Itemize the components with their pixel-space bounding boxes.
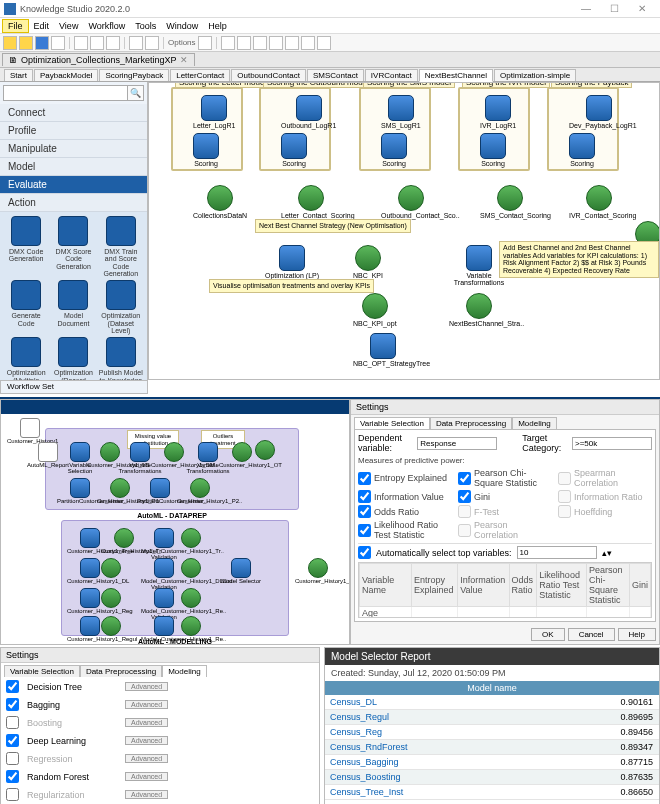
menu-file[interactable]: File [2, 19, 29, 33]
automl-node[interactable] [181, 558, 201, 578]
workflow-tab[interactable]: NextBestChannel [419, 69, 493, 82]
automl-canvas[interactable]: AutoML - DATAPREPAutoML - MODELLINGMissi… [0, 399, 350, 645]
checkbox[interactable] [358, 524, 371, 537]
layout-icon[interactable] [237, 36, 251, 50]
advanced-button[interactable]: Advanced [125, 736, 168, 745]
accordion-item[interactable]: Action [0, 194, 147, 212]
menu-view[interactable]: View [54, 20, 83, 32]
workflow-tab[interactable]: PaybackModel [34, 69, 98, 81]
canvas-node[interactable]: Letter_Contact_Scoring [281, 185, 341, 219]
canvas-node[interactable]: NBC_OPT_StrategyTree [353, 333, 413, 367]
close-tab-icon[interactable]: ✕ [180, 55, 188, 65]
canvas-node[interactable]: SMS_LogR1 [381, 95, 421, 129]
canvas-note[interactable]: Next Best Channel Strategy (New Optimisa… [255, 219, 411, 233]
report-row[interactable]: Census_Bagging0.87715 [325, 755, 659, 770]
menu-help[interactable]: Help [203, 20, 232, 32]
ok-button[interactable]: OK [531, 628, 565, 641]
menu-edit[interactable]: Edit [29, 20, 55, 32]
canvas-node[interactable]: SMS_Contact_Scoring [480, 185, 540, 219]
minimize-button[interactable]: — [572, 3, 600, 14]
palette-item[interactable]: DMX Code Generation [4, 216, 48, 277]
report-row[interactable]: Census_Tree_Inst0.86650 [325, 785, 659, 800]
checkbox[interactable] [358, 490, 371, 503]
canvas-node[interactable]: NBC_KPI [353, 245, 383, 279]
close-button[interactable]: ✕ [628, 3, 656, 14]
automl-node[interactable]: Customer_History1_Re.. [295, 558, 341, 584]
table-header[interactable]: Likelihood Ratio Test Statistic [537, 564, 587, 607]
menu-window[interactable]: Window [161, 20, 203, 32]
play-icon[interactable] [253, 36, 267, 50]
help-button[interactable]: Help [618, 628, 656, 641]
measure-checkbox[interactable]: Odds Ratio [358, 505, 452, 518]
report-row[interactable]: Census_Boosting0.87635 [325, 770, 659, 785]
settings-icon[interactable] [198, 36, 212, 50]
report-row[interactable]: Census_RndForest0.89347 [325, 740, 659, 755]
download-icon[interactable] [317, 36, 331, 50]
canvas-node[interactable]: CollectionsDataN [193, 185, 247, 219]
table-row[interactable]: Age [360, 607, 651, 619]
automl-node[interactable] [255, 440, 275, 460]
cut-icon[interactable] [74, 36, 88, 50]
measure-checkbox[interactable]: Information Value [358, 490, 452, 503]
maximize-button[interactable]: ☐ [600, 3, 628, 14]
paste-icon[interactable] [106, 36, 120, 50]
accordion-item[interactable]: Profile [0, 122, 147, 140]
palette-item[interactable]: Model Document [51, 280, 95, 334]
canvas-note[interactable]: Add Best Channel and 2nd Best Channel va… [499, 241, 659, 278]
palette-item[interactable]: Optimization (Record Level) [51, 337, 95, 380]
checkbox[interactable] [358, 472, 371, 485]
measure-checkbox[interactable]: Entropy Explained [358, 468, 452, 488]
automl-node[interactable] [101, 558, 121, 578]
canvas-node[interactable]: Optimization (LP) [265, 245, 319, 279]
accordion-item[interactable]: Connect [0, 104, 147, 122]
settings-tab[interactable]: Data Preprocessing [430, 417, 512, 429]
model-link[interactable]: Census_DL [325, 695, 589, 709]
search-icon[interactable]: 🔍 [128, 85, 144, 101]
workflow-canvas[interactable]: Scoring the Letter modelScoring the Outb… [148, 82, 660, 380]
canvas-node[interactable]: Scoring [381, 133, 407, 167]
open-icon[interactable] [19, 36, 33, 50]
model-checkbox[interactable] [6, 770, 19, 783]
report-row[interactable]: Census_Regul0.89695 [325, 710, 659, 725]
automl-node[interactable]: Customer_History1 [7, 418, 53, 444]
canvas-node[interactable]: Scoring [480, 133, 506, 167]
canvas-node[interactable]: Scoring [193, 133, 219, 167]
workflow-tab[interactable]: Start [4, 69, 33, 81]
advanced-button[interactable]: Advanced [125, 700, 168, 709]
table-header[interactable]: Odds Ratio [509, 564, 537, 607]
automl-node[interactable]: Model Selector [221, 558, 261, 584]
auto-select-checkbox[interactable] [358, 546, 371, 559]
model-link[interactable]: Census_RndForest [325, 740, 589, 754]
automl-node[interactable] [101, 588, 121, 608]
workflow-set-tab[interactable]: Workflow Set [0, 380, 148, 394]
new-icon[interactable] [3, 36, 17, 50]
checkbox[interactable] [358, 505, 371, 518]
spinner-icon[interactable]: ▴▾ [602, 548, 612, 558]
checkbox[interactable] [458, 490, 471, 503]
palette-item[interactable]: Optimization (Dataset Level) [99, 280, 143, 334]
report-row[interactable]: Census_Reg0.89456 [325, 725, 659, 740]
cancel-button[interactable]: Cancel [568, 628, 615, 641]
run-icon[interactable] [269, 36, 283, 50]
canvas-node[interactable]: NBC_KPI_opt [353, 293, 397, 327]
palette-item[interactable]: Publish Model to Knowledge Hub [99, 337, 143, 380]
measure-checkbox[interactable]: Gini [458, 490, 552, 503]
model-link[interactable]: Census_Tree_Inst [325, 785, 589, 799]
model-link[interactable]: Census_Reg [325, 725, 589, 739]
options-label[interactable]: Options [168, 38, 196, 47]
automl-node[interactable] [181, 528, 201, 548]
grid-icon[interactable] [221, 36, 235, 50]
redo-icon[interactable] [145, 36, 159, 50]
save-icon[interactable] [35, 36, 49, 50]
workflow-tab[interactable]: SMSContact [307, 69, 364, 81]
palette-item[interactable]: DMX Score Code Generation [51, 216, 95, 277]
tab-varsel[interactable]: Variable Selection [4, 665, 80, 677]
canvas-node[interactable]: Scoring [569, 133, 595, 167]
checkbox[interactable] [458, 472, 471, 485]
workflow-tab[interactable]: LetterContact [170, 69, 230, 81]
automl-node[interactable] [181, 616, 201, 636]
model-link[interactable]: Census_Bagging [325, 755, 589, 769]
model-link[interactable]: Census_Regul [325, 710, 589, 724]
report-row[interactable]: Census_DL0.90161 [325, 695, 659, 710]
accordion-item[interactable]: Manipulate [0, 140, 147, 158]
